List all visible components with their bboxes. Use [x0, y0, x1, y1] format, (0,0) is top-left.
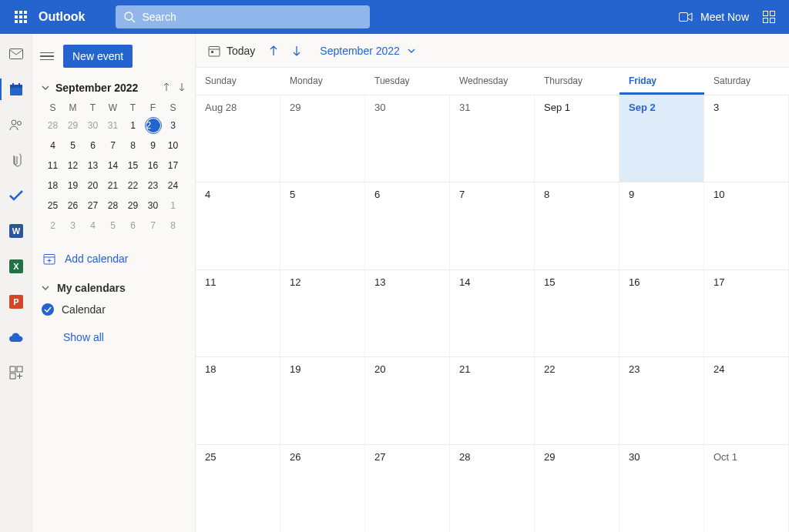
mini-day-cell[interactable]: 31 — [103, 115, 123, 136]
mini-day-cell[interactable]: 24 — [163, 176, 183, 196]
day-cell[interactable]: 11 — [196, 270, 280, 356]
mini-day-cell[interactable]: 1 — [123, 115, 143, 136]
mini-day-cell[interactable]: 15 — [123, 156, 143, 176]
day-cell[interactable]: 13 — [365, 270, 450, 356]
mini-day-cell[interactable]: 3 — [63, 216, 83, 236]
mini-day-cell[interactable]: 13 — [83, 156, 103, 176]
calendar-list-item[interactable]: Calendar — [42, 303, 186, 316]
day-cell[interactable]: 7 — [450, 182, 535, 269]
day-cell[interactable]: 30 — [619, 445, 704, 532]
day-cell[interactable]: 12 — [280, 270, 365, 356]
chevron-down-icon[interactable] — [42, 84, 49, 92]
day-cell[interactable]: 22 — [535, 357, 619, 443]
day-cell[interactable]: 18 — [196, 357, 280, 443]
rail-calendar[interactable] — [8, 82, 24, 97]
day-cell[interactable]: 17 — [704, 270, 789, 356]
show-all-button[interactable]: Show all — [63, 331, 186, 343]
mini-day-cell[interactable]: 6 — [83, 136, 103, 156]
rail-powerpoint[interactable]: P — [8, 294, 24, 309]
mini-day-cell[interactable]: 5 — [103, 216, 123, 236]
mini-day-cell[interactable]: 8 — [163, 216, 183, 236]
mini-day-cell[interactable]: 19 — [63, 176, 83, 196]
mini-day-cell[interactable]: 12 — [63, 156, 83, 176]
rail-more-apps[interactable] — [8, 365, 24, 380]
rail-people[interactable] — [8, 117, 24, 132]
mini-day-cell[interactable]: 30 — [83, 115, 103, 136]
my-calendars-header[interactable]: My calendars — [40, 282, 186, 294]
mini-day-cell[interactable]: 22 — [123, 176, 143, 196]
rail-todo[interactable] — [8, 188, 24, 203]
day-cell[interactable]: 16 — [619, 270, 704, 356]
day-cell[interactable]: 9 — [619, 182, 704, 269]
mini-day-cell[interactable]: 28 — [43, 115, 63, 136]
day-cell[interactable]: 6 — [365, 182, 450, 269]
day-cell[interactable]: 19 — [280, 357, 365, 443]
day-cell[interactable]: 5 — [280, 182, 365, 269]
mini-day-cell[interactable]: 9 — [143, 136, 163, 156]
day-cell[interactable]: 29 — [535, 445, 619, 532]
day-cell[interactable]: Sep 1 — [535, 95, 619, 182]
day-cell[interactable]: Sep 2 — [619, 95, 704, 182]
day-cell[interactable]: 3 — [704, 95, 789, 182]
day-cell[interactable]: 20 — [365, 357, 450, 443]
mini-day-cell[interactable]: 20 — [83, 176, 103, 196]
rail-excel[interactable]: X — [8, 259, 24, 274]
next-period-button[interactable] — [292, 45, 301, 56]
mini-day-cell[interactable]: 7 — [103, 136, 123, 156]
mini-day-cell[interactable]: 29 — [63, 115, 83, 136]
today-button[interactable]: Today — [208, 45, 255, 57]
app-launcher-button[interactable] — [6, 0, 35, 34]
mini-day-cell[interactable]: 27 — [83, 196, 103, 216]
day-cell[interactable]: 15 — [535, 270, 619, 356]
mini-day-cell[interactable]: 11 — [43, 156, 63, 176]
mini-day-cell[interactable]: 30 — [143, 196, 163, 216]
mini-day-cell[interactable]: 29 — [123, 196, 143, 216]
mini-day-cell[interactable]: 4 — [43, 136, 63, 156]
day-cell[interactable]: 28 — [450, 445, 535, 532]
day-cell[interactable]: 30 — [365, 95, 450, 182]
search-input[interactable] — [142, 11, 362, 23]
mini-day-cell[interactable]: 3 — [163, 115, 183, 136]
add-calendar-button[interactable]: Add calendar — [43, 253, 186, 265]
meet-now-button[interactable]: Meet Now — [679, 11, 749, 23]
mini-next-month[interactable] — [178, 82, 186, 94]
mini-day-cell[interactable]: 16 — [143, 156, 163, 176]
day-cell[interactable]: 23 — [619, 357, 704, 443]
mini-day-cell[interactable]: 17 — [163, 156, 183, 176]
new-event-button[interactable]: New event — [63, 45, 133, 68]
mini-day-cell[interactable]: 18 — [43, 176, 63, 196]
month-picker-button[interactable]: September 2022 — [320, 45, 415, 57]
day-cell[interactable]: 4 — [196, 182, 280, 269]
day-cell[interactable]: 24 — [704, 357, 789, 443]
mini-day-cell[interactable]: 28 — [103, 196, 123, 216]
prev-period-button[interactable] — [269, 45, 278, 56]
rail-files[interactable] — [8, 152, 24, 168]
day-cell[interactable]: 25 — [196, 445, 280, 532]
mini-day-cell[interactable]: 10 — [163, 136, 183, 156]
day-cell[interactable]: 10 — [704, 182, 789, 269]
rail-onedrive[interactable] — [8, 330, 24, 345]
mini-day-cell[interactable]: 6 — [123, 216, 143, 236]
day-cell[interactable]: 27 — [365, 445, 450, 532]
hamburger-button[interactable] — [40, 52, 54, 61]
day-cell[interactable]: 31 — [450, 95, 535, 182]
rail-word[interactable]: W — [8, 223, 24, 239]
mini-day-cell[interactable]: 8 — [123, 136, 143, 156]
mini-day-cell[interactable]: 25 — [43, 196, 63, 216]
mini-day-cell[interactable]: 2 — [146, 119, 160, 132]
mini-day-cell[interactable]: 4 — [83, 216, 103, 236]
day-cell[interactable]: 8 — [535, 182, 619, 269]
mini-day-cell[interactable]: 1 — [163, 196, 183, 216]
mini-day-cell[interactable]: 14 — [103, 156, 123, 176]
mini-day-cell[interactable]: 21 — [103, 176, 123, 196]
mini-day-cell[interactable]: 5 — [63, 136, 83, 156]
mini-day-cell[interactable]: 2 — [43, 216, 63, 236]
day-cell[interactable]: 29 — [280, 95, 365, 182]
day-cell[interactable]: 26 — [280, 445, 365, 532]
mini-day-cell[interactable]: 26 — [63, 196, 83, 216]
search-box[interactable] — [116, 5, 370, 28]
day-cell[interactable]: 14 — [450, 270, 535, 356]
day-cell[interactable]: 21 — [450, 357, 535, 443]
day-cell[interactable]: Aug 28 — [196, 95, 280, 182]
rail-mail[interactable] — [8, 46, 24, 62]
